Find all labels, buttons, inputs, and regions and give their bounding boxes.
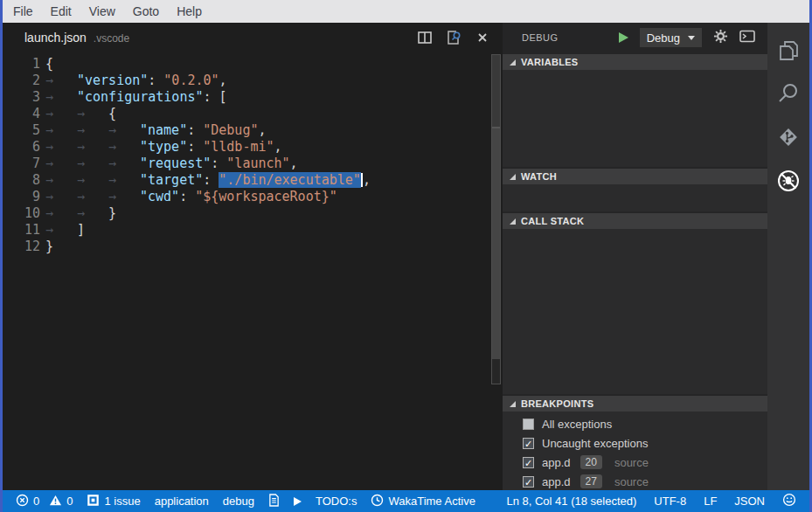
section-variables[interactable]: VARIABLES — [503, 54, 767, 70]
issues-indicator[interactable]: 1 issue — [87, 494, 140, 509]
code-line[interactable]: 10→→} — [0, 205, 503, 222]
debug-config-dropdown[interactable]: Debug — [640, 28, 702, 47]
section-watch[interactable]: WATCH — [503, 169, 767, 184]
section-label: VARIABLES — [521, 57, 578, 67]
code-token: "./bin/executable" — [219, 172, 361, 188]
line-number[interactable]: 5 — [0, 122, 40, 139]
code-line[interactable]: 4→→{ — [0, 106, 503, 122]
breakpoint-row[interactable]: ✓app.d27source — [503, 472, 767, 491]
window-border-left — [0, 0, 3, 512]
close-icon[interactable] — [476, 31, 489, 44]
tab-whitespace-icon: → — [108, 172, 140, 189]
breakpoint-checkbox[interactable]: ✓ — [523, 457, 534, 468]
error-count: 0 — [33, 495, 39, 508]
eol-indicator[interactable]: LF — [704, 495, 717, 508]
status-debug-target[interactable]: debug — [223, 495, 254, 508]
issues-label: 1 issue — [104, 495, 140, 508]
warning-icon — [49, 494, 62, 509]
status-todos[interactable]: TODO:s — [316, 495, 357, 508]
menu-edit[interactable]: Edit — [42, 4, 80, 18]
line-number[interactable]: 3 — [0, 89, 40, 106]
editor-tab-bar: launch.json .vscode — [0, 23, 503, 52]
split-editor-icon[interactable] — [418, 31, 432, 44]
explorer-icon[interactable] — [767, 28, 809, 72]
clock-icon — [371, 494, 384, 509]
sidebar-title: DEBUG — [522, 32, 559, 43]
breakpoint-row[interactable]: ✓Uncaught exceptions — [503, 433, 767, 453]
call-stack-body[interactable] — [503, 229, 767, 394]
menu-goto[interactable]: Goto — [124, 4, 168, 18]
tab-launch-json[interactable]: launch.json .vscode — [0, 31, 129, 45]
feedback-smiley-icon[interactable] — [782, 493, 796, 509]
breakpoint-source-label: source — [614, 456, 649, 469]
code-line-content: →→} — [45, 205, 116, 222]
scrollbar-thumb[interactable] — [492, 55, 500, 127]
line-number[interactable]: 9 — [0, 189, 40, 205]
breakpoint-checkbox[interactable] — [523, 419, 534, 430]
tab-whitespace-icon: → — [108, 122, 140, 139]
search-icon[interactable] — [767, 72, 809, 115]
code-line[interactable]: 8→→→"target": "./bin/executable", — [0, 172, 503, 189]
breakpoint-row[interactable]: ✓app.d20source — [503, 453, 767, 472]
issues-icon — [87, 494, 100, 509]
breakpoint-row[interactable]: All exceptions — [503, 414, 767, 433]
line-number[interactable]: 4 — [0, 106, 40, 122]
code-token: "target" — [140, 172, 203, 188]
menu-help[interactable]: Help — [168, 4, 211, 18]
document-icon[interactable] — [268, 494, 280, 509]
editor-group: launch.json .vscode 1{2→"version": " — [0, 23, 503, 490]
code-line[interactable]: 5→→→"name": "Debug", — [0, 122, 503, 139]
code-line[interactable]: 1{ — [0, 56, 503, 73]
problems-indicator[interactable]: 0 0 — [16, 494, 73, 509]
code-line[interactable]: 3→"configurations": [ — [0, 89, 503, 106]
watch-body[interactable] — [503, 184, 767, 211]
gear-icon[interactable] — [713, 29, 728, 47]
section-call-stack[interactable]: CALL STACK — [503, 213, 767, 229]
code-line[interactable]: 6→→→"type": "lldb-mi", — [0, 139, 503, 156]
start-debug-icon[interactable] — [619, 32, 628, 43]
activity-bar — [767, 23, 809, 490]
code-line[interactable]: 11→] — [0, 222, 503, 239]
line-number[interactable]: 11 — [0, 222, 40, 239]
status-application[interactable]: application — [155, 495, 209, 508]
line-number[interactable]: 12 — [0, 239, 40, 255]
code-line-content: →"version": "0.2.0", — [45, 73, 227, 89]
menu-view[interactable]: View — [80, 4, 124, 18]
menu-file[interactable]: File — [4, 4, 42, 18]
language-indicator[interactable]: JSON — [734, 495, 765, 508]
variables-body[interactable] — [503, 70, 767, 167]
git-icon[interactable] — [767, 115, 809, 159]
line-number[interactable]: 7 — [0, 156, 40, 172]
debug-console-icon[interactable] — [739, 30, 755, 46]
code-editor[interactable]: 1{2→"version": "0.2.0",3→"configurations… — [0, 52, 503, 255]
wakatime-indicator[interactable]: WakaTime Active — [371, 494, 475, 509]
line-number[interactable]: 1 — [0, 56, 40, 73]
code-line[interactable]: 12} — [0, 239, 503, 255]
debug-controls: Debug — [619, 28, 767, 47]
section-breakpoints[interactable]: BREAKPOINTS — [503, 396, 767, 412]
line-number[interactable]: 6 — [0, 139, 40, 156]
code-token: : — [179, 189, 195, 204]
debug-icon[interactable] — [767, 159, 809, 203]
encoding-indicator[interactable]: UTF-8 — [654, 495, 686, 508]
code-line-content: →] — [45, 222, 85, 239]
run-icon[interactable] — [294, 497, 302, 506]
line-number[interactable]: 2 — [0, 73, 40, 89]
editor-scrollbar[interactable] — [491, 54, 501, 384]
open-preview-icon[interactable] — [447, 31, 462, 45]
code-token: , — [258, 122, 266, 138]
code-line[interactable]: 7→→→"request": "launch", — [0, 156, 503, 172]
code-line[interactable]: 2→"version": "0.2.0", — [0, 73, 503, 89]
line-number[interactable]: 10 — [0, 205, 40, 222]
line-number[interactable]: 8 — [0, 172, 40, 189]
breakpoint-checkbox[interactable]: ✓ — [523, 476, 534, 488]
code-line[interactable]: 9→→→"cwd": "${workspaceRoot}" — [0, 189, 503, 205]
code-line-content: →"configurations": [ — [45, 89, 227, 106]
cursor-position[interactable]: Ln 8, Col 41 (18 selected) — [506, 495, 636, 508]
debug-config-value: Debug — [647, 31, 680, 45]
scrollbar-track[interactable] — [492, 128, 500, 359]
tab-whitespace-icon: → — [77, 106, 108, 122]
breakpoint-checkbox[interactable]: ✓ — [523, 438, 534, 449]
code-token: : — [187, 122, 203, 138]
section-label: BREAKPOINTS — [521, 398, 593, 409]
